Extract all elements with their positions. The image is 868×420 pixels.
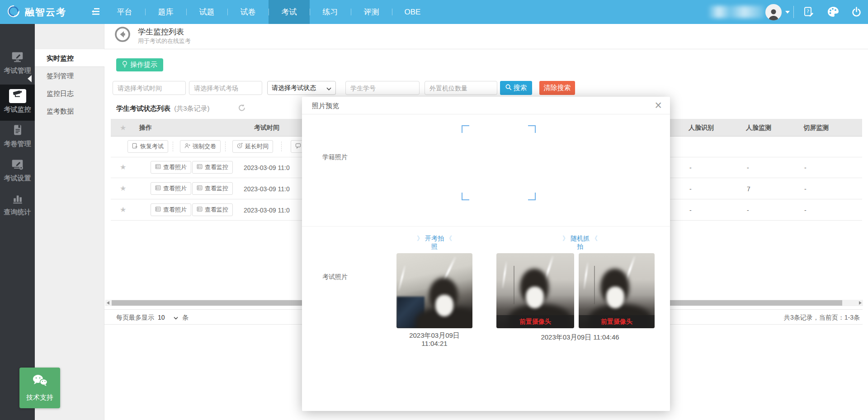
photo-card-icon xyxy=(155,164,161,171)
view-photo-button[interactable]: 查看照片 xyxy=(151,161,191,174)
extend-time-button[interactable]: 延长时间 xyxy=(232,140,273,153)
face-recognition-value: - xyxy=(689,164,692,171)
view-monitor-label: 查看监控 xyxy=(205,163,228,171)
random-capture-photo-2[interactable]: 前置摄像头 xyxy=(579,253,655,328)
chat-bubble-icon xyxy=(295,143,301,150)
brand-logo[interactable]: 融智云考 xyxy=(6,4,66,20)
search-button[interactable]: 搜索 xyxy=(500,81,532,95)
help-icon[interactable]: ? xyxy=(803,6,814,19)
chevron-down-icon xyxy=(174,314,178,321)
extend-time-label: 延长时间 xyxy=(245,142,269,151)
exam-time-value: 2023-03-09 11:0 xyxy=(244,185,290,193)
page-title: 学生监控列表 xyxy=(138,27,184,37)
view-photo-button[interactable]: 查看照片 xyxy=(151,203,191,216)
sidebar-item-paper-management[interactable]: 考卷管理 xyxy=(0,124,35,156)
refresh-icon[interactable] xyxy=(238,104,246,113)
table-record-count: (共3条记录) xyxy=(174,104,209,112)
sidebar-item-exam-settings[interactable]: 考试设置 xyxy=(0,159,35,190)
main-nav: 平台 题库 试题 试卷 考试 练习 评测 OBE xyxy=(104,0,433,24)
scroll-right-arrow-icon[interactable] xyxy=(859,301,862,305)
close-icon[interactable]: × xyxy=(655,98,662,113)
opening-capture-label: 开考拍 xyxy=(425,235,444,242)
view-monitor-button[interactable]: 查看监控 xyxy=(192,161,233,174)
topbar-divider xyxy=(793,6,794,18)
document-restore-icon xyxy=(132,143,138,150)
sidebar-item-exam-monitoring[interactable]: 考试监控 xyxy=(0,85,35,121)
view-photo-label: 查看照片 xyxy=(163,163,187,171)
search-icon xyxy=(505,84,512,92)
student-id-filter-input[interactable] xyxy=(345,81,420,95)
page-size-suffix: 条 xyxy=(182,314,189,322)
submenu-item-checkin[interactable]: 签到管理 xyxy=(35,67,104,85)
view-photo-label: 查看照片 xyxy=(163,206,187,214)
tech-support-button[interactable]: 技术支持 xyxy=(19,368,60,408)
enrollment-photo-label: 学籍照片 xyxy=(322,153,348,161)
submenu-item-proctor-data[interactable]: 监考数据 xyxy=(35,102,104,120)
exam-time-filter-input[interactable] xyxy=(113,81,186,95)
exam-photo-label: 考试照片 xyxy=(322,273,348,281)
header-divider xyxy=(104,49,868,49)
resume-exam-label: 恢复考试 xyxy=(140,142,164,151)
resume-exam-button[interactable]: 恢复考试 xyxy=(127,140,168,153)
photo-artifact xyxy=(502,261,507,288)
nav-tab-questions[interactable]: 试题 xyxy=(186,0,227,24)
theme-palette-icon[interactable] xyxy=(827,6,839,19)
opening-capture-label-wrap: 照 xyxy=(389,242,480,250)
person-submit-icon xyxy=(184,143,190,150)
nav-tab-platform[interactable]: 平台 xyxy=(104,0,145,24)
logo-icon xyxy=(6,4,21,20)
column-header-face-monitor: 人脸监测 xyxy=(746,119,771,137)
view-monitor-button[interactable]: 查看监控 xyxy=(192,203,233,216)
opening-capture-tab[interactable]: 》 开考拍 《 照 xyxy=(389,234,480,250)
nav-tab-papers[interactable]: 试卷 xyxy=(227,0,269,24)
monitor-card-icon xyxy=(197,164,203,171)
menu-toggle-icon[interactable] xyxy=(91,8,101,18)
nav-tab-obe[interactable]: OBE xyxy=(392,0,433,24)
enrollment-photo-placeholder xyxy=(462,125,536,200)
opening-capture-photo[interactable] xyxy=(396,253,472,328)
exam-room-filter-input[interactable] xyxy=(189,81,262,95)
user-menu[interactable] xyxy=(765,4,790,20)
sidebar-label: 考试管理 xyxy=(0,66,35,75)
monitor-gear-icon xyxy=(11,164,24,171)
row-star-icon[interactable]: ★ xyxy=(120,205,126,214)
corner-bracket-icon xyxy=(462,125,469,133)
photo-artifact xyxy=(594,266,595,304)
screen-monitor-value: - xyxy=(804,207,807,214)
back-button[interactable] xyxy=(114,26,131,42)
table-title-text: 学生考试状态列表 xyxy=(116,104,170,112)
operation-tips-button[interactable]: 操作提示 xyxy=(116,58,163,71)
exam-status-select[interactable]: 请选择考试状态 xyxy=(267,81,336,95)
svg-text:?: ? xyxy=(807,9,809,14)
view-photo-button[interactable]: 查看照片 xyxy=(151,182,191,195)
view-monitor-label: 查看监控 xyxy=(205,206,228,214)
row-star-icon[interactable]: ★ xyxy=(120,184,126,193)
chevron-right-icon: 《 xyxy=(591,235,598,242)
force-submit-button[interactable]: 强制交卷 xyxy=(180,140,221,153)
pagination-summary: 共3条记录，当前页：1-3条 xyxy=(784,314,860,322)
face-monitor-value: - xyxy=(747,164,749,171)
submenu-item-realtime-monitor[interactable]: 实时监控 xyxy=(35,49,104,67)
submenu-item-monitor-log[interactable]: 监控日志 xyxy=(35,85,104,102)
sidebar-item-query-statistics[interactable]: 查询统计 xyxy=(0,193,35,225)
monitor-edit-icon xyxy=(11,56,24,64)
random-capture-tab[interactable]: 》 随机抓 《 拍 xyxy=(535,234,625,250)
page-size-select[interactable]: 10 xyxy=(158,314,178,321)
clear-search-button[interactable]: 清除搜索 xyxy=(539,81,575,95)
nav-tab-exam[interactable]: 考试 xyxy=(269,0,310,24)
row-star-icon[interactable]: ★ xyxy=(120,163,126,171)
view-monitor-label: 查看监控 xyxy=(205,184,228,193)
wechat-icon xyxy=(19,373,60,390)
power-logout-icon[interactable] xyxy=(851,6,862,19)
nav-tab-assessment[interactable]: 评测 xyxy=(351,0,392,24)
external-camera-count-input[interactable] xyxy=(425,81,497,95)
redacted-username xyxy=(708,6,764,18)
scroll-left-arrow-icon[interactable] xyxy=(107,301,109,305)
nav-tab-question-bank[interactable]: 题库 xyxy=(145,0,186,24)
random-capture-photo-1[interactable]: 前置摄像头 xyxy=(496,253,574,328)
photo-artifact xyxy=(514,266,514,304)
submenu: 实时监控 签到管理 监控日志 监考数据 xyxy=(35,24,104,420)
nav-tab-practice[interactable]: 练习 xyxy=(310,0,351,24)
active-item-notch xyxy=(28,75,32,82)
view-monitor-button[interactable]: 查看监控 xyxy=(192,182,233,195)
